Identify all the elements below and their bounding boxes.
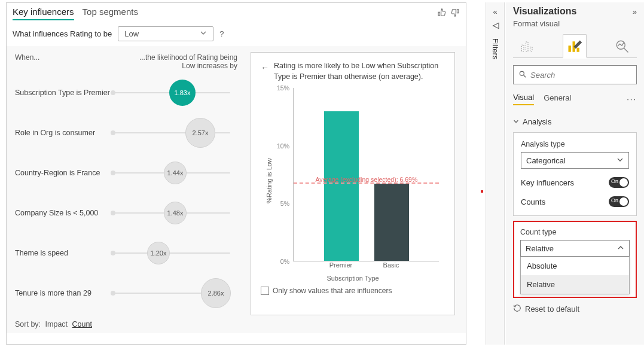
y-axis: 0%5%10%15% bbox=[273, 88, 292, 261]
influencer-row[interactable]: Theme is speed1.20x bbox=[15, 233, 237, 273]
influencer-row[interactable]: Subscription Type is Premier1.83x bbox=[15, 72, 237, 112]
svg-rect-3 bbox=[569, 45, 571, 52]
visualizations-title: Visualizations bbox=[513, 6, 576, 17]
sort-row: Sort by: Impact Count bbox=[15, 316, 237, 328]
influencer-label: Subscription Type is Premier bbox=[15, 89, 111, 97]
collapse-viz-icon[interactable]: » bbox=[633, 7, 637, 16]
search-input[interactable] bbox=[530, 71, 631, 80]
annotation-dot bbox=[481, 190, 483, 193]
y-tick: 10% bbox=[277, 142, 289, 150]
bars-container bbox=[294, 88, 439, 261]
influencer-track: 1.83x bbox=[111, 92, 230, 93]
expand-filters-icon[interactable]: « bbox=[493, 7, 497, 16]
y-tick: 15% bbox=[277, 84, 289, 92]
analysis-section-header[interactable]: Analysis bbox=[513, 117, 637, 126]
analysis-section-label: Analysis bbox=[523, 117, 551, 126]
svg-rect-5 bbox=[577, 47, 579, 51]
visualizations-subtitle: Format visual bbox=[513, 19, 637, 28]
influencer-row[interactable]: Role in Org is consumer2.57x bbox=[15, 112, 237, 153]
key-influencers-visual: Key influencers Top segments What influe… bbox=[6, 2, 466, 345]
visual-body: When... ...the likelihood of Rating bein… bbox=[7, 46, 466, 333]
subtab-visual[interactable]: Visual bbox=[513, 93, 534, 105]
plot-area: Average (excluding selected): 6.69% bbox=[293, 88, 439, 261]
chevron-down-icon bbox=[616, 156, 624, 165]
question-prefix: What influences Rating to be bbox=[13, 29, 112, 38]
search-box[interactable] bbox=[513, 65, 637, 84]
question-value: Low bbox=[124, 29, 139, 38]
question-row: What influences Rating to be Low ? bbox=[7, 20, 466, 46]
reset-label: Reset to default bbox=[525, 305, 579, 314]
key-influencers-toggle-row: Key influencers On bbox=[521, 177, 629, 188]
thumbs-up-icon[interactable] bbox=[437, 8, 447, 20]
help-icon[interactable]: ? bbox=[219, 29, 224, 38]
feedback-thumbs bbox=[437, 8, 460, 20]
analysis-type-select[interactable]: Categorical bbox=[521, 152, 629, 169]
only-influencers-checkbox[interactable] bbox=[261, 287, 269, 295]
influencer-label: Company Size is < 5,000 bbox=[15, 209, 111, 217]
format-visual-tab[interactable] bbox=[563, 34, 587, 58]
svg-line-7 bbox=[624, 48, 628, 53]
header-likelihood: ...the likelihood of Rating being Low in… bbox=[136, 53, 237, 70]
count-type-label: Count type bbox=[520, 228, 630, 236]
key-influencers-toggle-label: Key influencers bbox=[521, 178, 574, 187]
x-tick-label: Premier bbox=[323, 261, 358, 273]
chart-bar[interactable] bbox=[374, 184, 409, 261]
sort-count[interactable]: Count bbox=[72, 320, 92, 328]
build-visual-tab[interactable] bbox=[516, 34, 540, 58]
format-subtabs: Visual General ··· bbox=[513, 93, 637, 105]
more-options-icon[interactable]: ··· bbox=[627, 95, 637, 104]
thumbs-down-icon[interactable] bbox=[450, 8, 460, 20]
y-tick: 5% bbox=[280, 200, 289, 207]
influencer-bubble: 2.57x bbox=[185, 118, 215, 148]
question-value-dropdown[interactable]: Low bbox=[118, 26, 213, 41]
y-axis-label: %Rating is Low bbox=[263, 88, 273, 273]
analytics-tab[interactable] bbox=[610, 34, 634, 58]
key-influencers-toggle[interactable]: On bbox=[609, 177, 629, 188]
reset-to-default[interactable]: Reset to default bbox=[513, 304, 637, 314]
counts-toggle[interactable]: On bbox=[609, 196, 629, 207]
count-type-option-absolute[interactable]: Absolute bbox=[521, 257, 629, 275]
svg-rect-0 bbox=[522, 45, 524, 51]
analysis-type-value: Categorical bbox=[526, 156, 566, 165]
average-reference-label: Average (excluding selected): 6.69% bbox=[315, 176, 417, 183]
influencer-bubble: 1.83x bbox=[169, 80, 196, 106]
svg-rect-2 bbox=[530, 47, 533, 51]
average-reference-line: Average (excluding selected): 6.69% bbox=[294, 182, 439, 184]
influencers-list: Subscription Type is Premier1.83xRole in… bbox=[15, 72, 237, 316]
count-type-select[interactable]: Relative bbox=[520, 240, 630, 257]
influencer-label: Country-Region is France bbox=[15, 169, 111, 177]
svg-line-9 bbox=[524, 75, 526, 77]
influencer-label: Tenure is more than 29 bbox=[15, 289, 111, 297]
plot-column: 0%5%10%15% Average (excluding selected):… bbox=[273, 88, 445, 273]
counts-toggle-row: Counts On bbox=[521, 196, 629, 207]
influencer-label: Role in Org is consumer bbox=[15, 129, 111, 137]
x-tick-label: Basic bbox=[374, 261, 408, 273]
influencer-row[interactable]: Country-Region is France1.44x bbox=[15, 153, 237, 193]
influencer-track: 2.57x bbox=[111, 132, 230, 133]
visualizations-pane: Visualizations » Format visual Visual Ge… bbox=[506, 2, 644, 345]
back-arrow-icon[interactable]: ← bbox=[261, 62, 269, 82]
chart-title-row: ← Rating is more likely to be Low when S… bbox=[261, 61, 445, 82]
tab-key-influencers[interactable]: Key influencers bbox=[13, 7, 74, 20]
chart-bar[interactable] bbox=[324, 111, 359, 261]
influencer-row[interactable]: Company Size is < 5,0001.48x bbox=[15, 193, 237, 233]
tab-top-segments[interactable]: Top segments bbox=[83, 7, 138, 20]
influencer-row[interactable]: Tenure is more than 292.86x bbox=[15, 273, 237, 313]
count-type-value: Relative bbox=[526, 244, 554, 253]
sort-impact[interactable]: Impact bbox=[45, 320, 68, 328]
influencer-label: Theme is speed bbox=[15, 249, 111, 257]
counts-toggle-label: Counts bbox=[521, 197, 545, 206]
chevron-down-icon bbox=[200, 29, 207, 38]
chart-column: ← Rating is more likely to be Low when S… bbox=[246, 46, 466, 333]
count-type-card: Count type Relative Absolute Relative bbox=[513, 221, 637, 298]
format-mode-tabs bbox=[513, 34, 637, 58]
count-type-option-relative[interactable]: Relative bbox=[521, 275, 629, 294]
x-axis-title: Subscription Type bbox=[261, 275, 445, 282]
influencer-bubble: 1.20x bbox=[147, 242, 170, 264]
column-headers: When... ...the likelihood of Rating bein… bbox=[15, 53, 237, 70]
influencer-track: 1.20x bbox=[111, 252, 230, 254]
influencer-bubble: 1.48x bbox=[164, 202, 187, 224]
subtab-general[interactable]: General bbox=[544, 93, 571, 105]
bookmark-icon[interactable] bbox=[490, 21, 500, 32]
chevron-up-icon bbox=[617, 244, 624, 253]
